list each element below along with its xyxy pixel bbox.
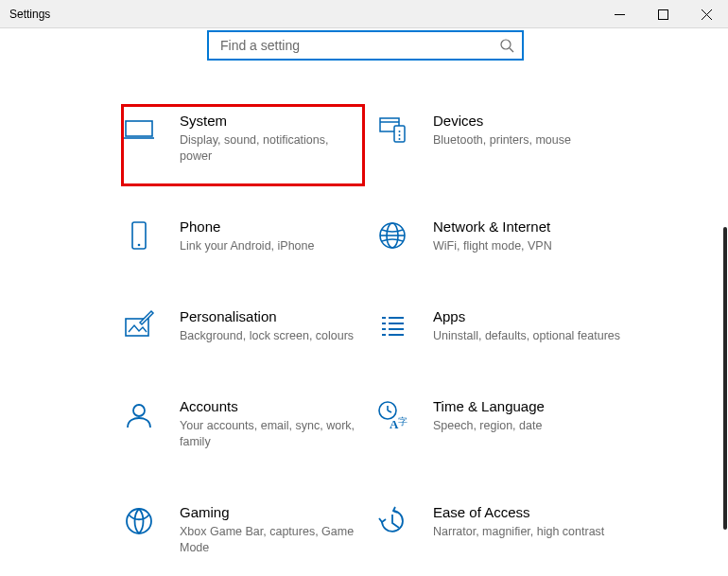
svg-point-13 bbox=[399, 138, 401, 140]
category-desc: Background, lock screen, colours bbox=[180, 328, 357, 344]
category-desc: Narrator, magnifier, high contrast bbox=[433, 524, 641, 540]
ease-of-access-icon bbox=[376, 505, 408, 540]
settings-window: Settings bbox=[0, 0, 728, 576]
minimize-icon bbox=[615, 9, 625, 20]
category-title: Phone bbox=[180, 218, 357, 236]
category-title: Ease of Access bbox=[433, 503, 641, 522]
accounts-icon bbox=[123, 399, 155, 434]
devices-icon bbox=[376, 113, 408, 148]
category-desc: Link your Android, iPhone bbox=[180, 238, 357, 254]
maximize-icon bbox=[658, 9, 668, 20]
category-personalisation[interactable]: Personalisation Background, lock screen,… bbox=[123, 307, 376, 344]
svg-point-15 bbox=[138, 244, 141, 247]
categories-grid: System Display, sound, notifications, po… bbox=[123, 112, 709, 556]
category-devices[interactable]: Devices Bluetooth, printers, mouse bbox=[376, 112, 660, 165]
category-title: Apps bbox=[433, 307, 641, 326]
category-time-language[interactable]: A 字 Time & Language Speech, region, date bbox=[376, 397, 660, 450]
category-desc: Display, sound, notifications, power bbox=[180, 132, 357, 165]
category-accounts[interactable]: Accounts Your accounts, email, sync, wor… bbox=[123, 397, 376, 450]
svg-rect-6 bbox=[126, 121, 152, 136]
category-desc: Xbox Game Bar, captures, Game Mode bbox=[180, 524, 357, 556]
close-icon bbox=[702, 9, 712, 20]
client-area: System Display, sound, notifications, po… bbox=[0, 28, 728, 576]
globe-icon bbox=[376, 219, 408, 254]
gaming-icon bbox=[123, 505, 155, 540]
svg-line-31 bbox=[388, 410, 391, 412]
time-language-icon: A 字 bbox=[376, 399, 408, 434]
category-phone[interactable]: Phone Link your Android, iPhone bbox=[123, 218, 376, 254]
category-desc: Bluetooth, printers, mouse bbox=[433, 132, 641, 148]
minimize-button[interactable] bbox=[598, 0, 641, 28]
window-title: Settings bbox=[9, 8, 50, 21]
search-input[interactable] bbox=[218, 37, 499, 54]
category-system[interactable]: System Display, sound, notifications, po… bbox=[123, 112, 376, 165]
svg-rect-1 bbox=[658, 9, 667, 19]
window-controls bbox=[598, 0, 728, 27]
category-desc: Speech, region, date bbox=[433, 418, 641, 434]
svg-point-11 bbox=[399, 131, 401, 132]
category-title: System bbox=[180, 112, 357, 131]
category-network[interactable]: Network & Internet WiFi, flight mode, VP… bbox=[376, 218, 660, 254]
apps-icon bbox=[376, 309, 408, 344]
category-title: Network & Internet bbox=[433, 218, 641, 236]
search-icon bbox=[499, 38, 514, 53]
scrollbar[interactable] bbox=[723, 227, 727, 530]
category-title: Personalisation bbox=[180, 307, 357, 326]
system-icon bbox=[123, 113, 155, 148]
category-desc: WiFi, flight mode, VPN bbox=[433, 238, 641, 254]
category-desc: Uninstall, defaults, optional features bbox=[433, 328, 641, 344]
category-ease-of-access[interactable]: Ease of Access Narrator, magnifier, high… bbox=[376, 503, 660, 556]
svg-line-5 bbox=[510, 48, 513, 52]
category-apps[interactable]: Apps Uninstall, defaults, optional featu… bbox=[376, 307, 660, 344]
svg-point-12 bbox=[399, 134, 401, 136]
phone-icon bbox=[123, 219, 155, 254]
personalisation-icon bbox=[123, 309, 155, 344]
close-button[interactable] bbox=[685, 0, 728, 28]
category-title: Time & Language bbox=[433, 397, 641, 416]
svg-point-34 bbox=[127, 509, 151, 533]
category-gaming[interactable]: Gaming Xbox Game Bar, captures, Game Mod… bbox=[123, 503, 376, 556]
category-title: Devices bbox=[433, 112, 641, 131]
search-box[interactable] bbox=[207, 30, 524, 61]
svg-point-28 bbox=[133, 405, 145, 416]
titlebar: Settings bbox=[0, 0, 728, 28]
category-title: Accounts bbox=[180, 397, 357, 416]
svg-point-4 bbox=[501, 40, 511, 49]
maximize-button[interactable] bbox=[641, 0, 685, 28]
category-title: Gaming bbox=[180, 503, 357, 522]
svg-text:字: 字 bbox=[398, 416, 407, 427]
category-desc: Your accounts, email, sync, work, family bbox=[180, 418, 357, 450]
